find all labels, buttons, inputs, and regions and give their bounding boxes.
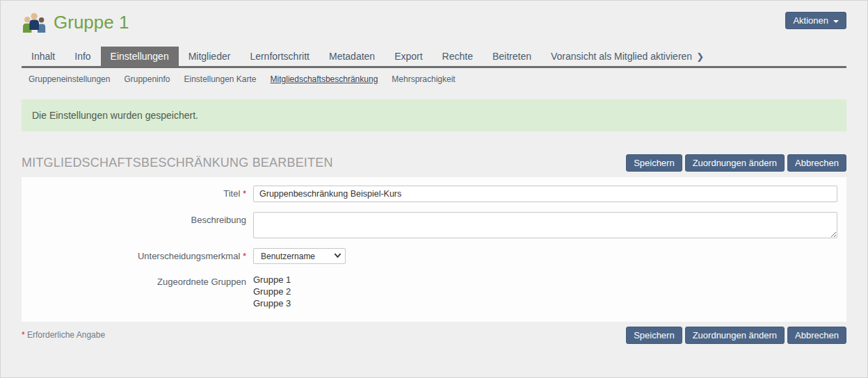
caret-down-icon: [833, 20, 839, 23]
assigned-group-item: Gruppe 2: [253, 286, 837, 297]
tab-metadaten[interactable]: Metadaten: [319, 47, 385, 66]
form-toolbar-top: Speichern Zuordnungen ändern Abbrechen: [626, 154, 846, 172]
save-button-bottom[interactable]: Speichern: [626, 327, 682, 344]
save-button-top[interactable]: Speichern: [626, 154, 682, 172]
required-asterisk: *: [243, 251, 246, 261]
unterscheidungsmerkmal-select[interactable]: Benutzername: [253, 248, 346, 264]
form-section-title: MITGLIEDSCHAFTSBESCHRÄNKUNG BEARBEITEN: [22, 156, 333, 170]
tab-rechte[interactable]: Rechte: [433, 47, 483, 66]
tab-mitglieder[interactable]: Mitglieder: [179, 47, 241, 66]
membership-restriction-form: Titel * Beschreibung Unterscheidungsmerk…: [22, 177, 846, 322]
success-message-text: Die Einstellungen wurden gespeichert.: [32, 110, 198, 121]
assigned-group-item: Gruppe 3: [253, 297, 837, 309]
subtab-einstellungen-karte[interactable]: Einstellungen Karte: [177, 73, 263, 85]
subtab-mehrsprachigkeit[interactable]: Mehrsprachigkeit: [385, 73, 462, 85]
tab-einstellungen[interactable]: Einstellungen: [101, 47, 179, 66]
group-users-icon: [22, 12, 47, 33]
success-message: Die Einstellungen wurden gespeichert.: [22, 99, 846, 131]
cancel-button-bottom[interactable]: Abbrechen: [787, 327, 846, 344]
form-row-titel: Titel *: [22, 186, 837, 202]
unterscheidungsmerkmal-label: Unterscheidungsmerkmal *: [22, 248, 253, 264]
form-toolbar-bottom: Speichern Zuordnungen ändern Abbrechen: [626, 327, 846, 344]
titel-input[interactable]: [253, 186, 837, 202]
main-tabbar: Inhalt Info Einstellungen Mitglieder Ler…: [22, 47, 846, 68]
subtab-gruppeninfo[interactable]: Gruppeninfo: [117, 73, 177, 85]
tab-export[interactable]: Export: [385, 47, 432, 66]
form-row-unterscheidungsmerkmal: Unterscheidungsmerkmal * Benutzername: [22, 248, 837, 264]
subtab-gruppeneinstellungen[interactable]: Gruppeneinstellungen: [22, 73, 117, 85]
tab-voransicht-als-mitglied[interactable]: Voransicht als Mitglied aktivieren❯: [541, 47, 714, 66]
tab-voransicht-label: Voransicht als Mitglied aktivieren: [551, 51, 692, 62]
tab-beitreten[interactable]: Beitreten: [483, 47, 541, 66]
required-asterisk: *: [22, 330, 25, 340]
change-assignments-button-top[interactable]: Zuordnungen ändern: [685, 154, 785, 172]
assigned-groups-list: Gruppe 1 Gruppe 2 Gruppe 3: [253, 274, 837, 309]
actions-button-label: Aktionen: [793, 15, 828, 26]
cancel-button-top[interactable]: Abbrechen: [787, 154, 846, 172]
subtab-mitgliedschaftsbeschraenkung[interactable]: Mitgliedschaftsbeschränkung: [264, 73, 385, 85]
tab-inhalt[interactable]: Inhalt: [22, 47, 65, 66]
required-asterisk: *: [243, 188, 246, 199]
sub-tabbar: Gruppeneinstellungen Gruppeninfo Einstel…: [22, 68, 846, 90]
tab-info[interactable]: Info: [65, 47, 100, 66]
form-header-row: MITGLIEDSCHAFTSBESCHRÄNKUNG BEARBEITEN S…: [22, 154, 846, 172]
tab-lernfortschritt[interactable]: Lernfortschritt: [240, 47, 319, 66]
required-note: * Erforderliche Angabe: [22, 327, 105, 340]
beschreibung-label: Beschreibung: [22, 212, 253, 238]
zugeordnete-gruppen-label: Zugeordnete Gruppen: [22, 274, 253, 309]
form-footer-row: * Erforderliche Angabe Speichern Zuordnu…: [22, 327, 846, 354]
form-row-beschreibung: Beschreibung: [22, 212, 837, 238]
form-row-zugeordnete-gruppen: Zugeordnete Gruppen Gruppe 1 Gruppe 2 Gr…: [22, 274, 837, 309]
titel-label: Titel *: [22, 186, 253, 202]
beschreibung-textarea[interactable]: [253, 212, 837, 238]
assigned-group-item: Gruppe 1: [253, 274, 837, 286]
actions-button[interactable]: Aktionen: [785, 12, 846, 29]
page-title: Gruppe 1: [54, 13, 129, 33]
ilias-group-settings-page: Gruppe 1 Aktionen Inhalt Info Einstellun…: [0, 0, 868, 378]
change-assignments-button-bottom[interactable]: Zuordnungen ändern: [685, 327, 785, 344]
page-header: Gruppe 1 Aktionen: [22, 1, 846, 33]
chevron-right-icon: ❯: [696, 51, 704, 62]
